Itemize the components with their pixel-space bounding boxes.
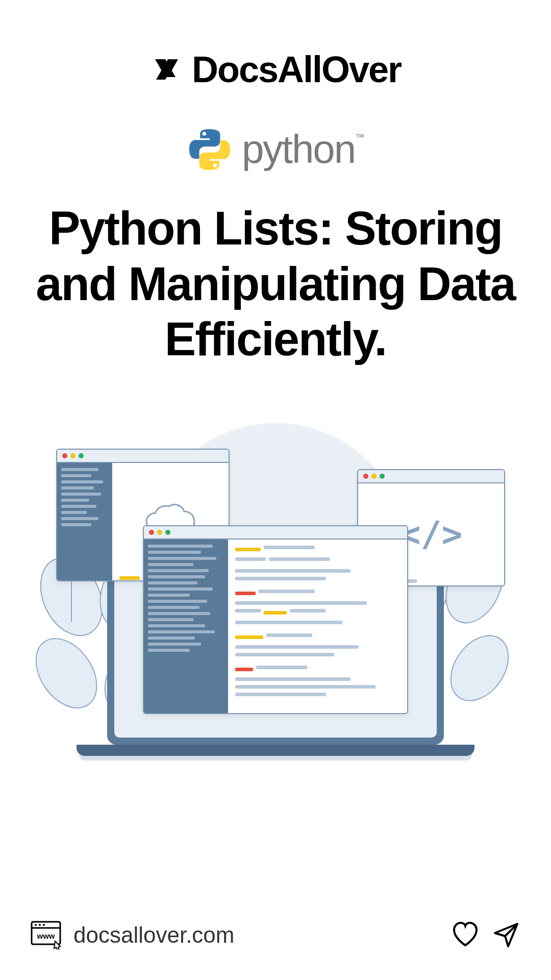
window-dot-yellow-icon: [70, 453, 76, 458]
window-dot-yellow-icon: [157, 530, 162, 535]
footer: www docsallover.com: [0, 921, 551, 949]
svg-point-16: [43, 924, 45, 926]
window-dot-red-icon: [363, 474, 368, 479]
python-logo: python™: [187, 126, 364, 173]
window-header: [57, 450, 229, 463]
window-dot-red-icon: [62, 453, 67, 458]
window-dot-green-icon: [380, 474, 385, 479]
window-sidebar: [57, 463, 112, 580]
brand-name: DocsAllOver: [192, 48, 401, 90]
window-dot-green-icon: [79, 453, 84, 458]
hero-illustration: </>: [41, 423, 510, 770]
footer-left: www docsallover.com: [31, 921, 234, 949]
svg-point-1: [213, 163, 217, 167]
code-content: [228, 540, 407, 713]
page-title: Python Lists: Storing and Manipulating D…: [0, 201, 551, 367]
python-label: python: [242, 127, 355, 172]
code-window-main: [143, 525, 408, 714]
window-header: [358, 470, 504, 483]
svg-point-14: [35, 924, 37, 926]
python-text-wrap: python™: [242, 126, 364, 173]
svg-text:www: www: [36, 932, 55, 940]
heart-icon[interactable]: [451, 921, 480, 949]
send-icon[interactable]: [492, 921, 520, 949]
footer-url[interactable]: docsallover.com: [73, 922, 234, 948]
python-icon: [187, 127, 233, 173]
window-dot-red-icon: [149, 530, 154, 535]
footer-actions: [451, 921, 520, 949]
svg-point-15: [39, 924, 41, 926]
window-dot-yellow-icon: [371, 474, 377, 479]
svg-point-0: [203, 132, 206, 135]
website-icon: www: [31, 921, 63, 949]
window-header: [144, 526, 407, 540]
trademark-symbol: ™: [355, 132, 364, 142]
window-dot-green-icon: [165, 530, 170, 535]
brand-logo: DocsAllOver: [150, 48, 401, 90]
brand-mark-icon: [150, 52, 186, 87]
window-sidebar: [144, 540, 228, 713]
